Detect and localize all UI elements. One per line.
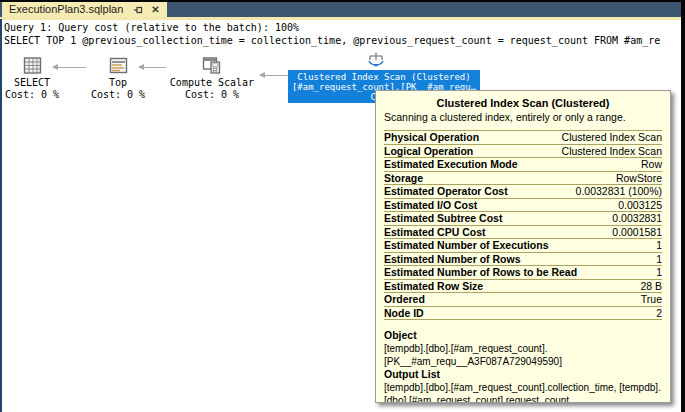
tooltip-row: Logical Operation Clustered Index Scan (384, 145, 662, 159)
tooltip-row-label: Physical Operation (384, 131, 479, 143)
tooltip-row-label: Estimated I/O Cost (384, 199, 477, 211)
operator-tooltip: Clustered Index Scan (Clustered) Scannin… (375, 90, 671, 403)
tooltip-row-label: Estimated Row Size (384, 280, 483, 292)
object-section-line: [PK__#am_requ__A3F087A729049590] (384, 355, 662, 368)
tooltip-row-value: RowStore (616, 172, 662, 184)
output-list-line: [dbo].[#am_request_count].request_count (384, 394, 662, 403)
result-grid-icon (23, 56, 42, 75)
tooltip-row: Estimated Number of Rows to be Read 1 (384, 266, 662, 280)
tooltip-row: Ordered True (384, 293, 662, 307)
tooltip-row-label: Estimated Subtree Cost (384, 212, 502, 224)
tooltip-row-value: 0.0032831 (100%) (576, 185, 662, 197)
tooltip-row-value: 1 (656, 253, 662, 265)
tooltip-row-label: Estimated Number of Executions (384, 239, 549, 251)
tooltip-row-value: 1 (656, 266, 662, 278)
object-section-heading: Object (384, 329, 662, 342)
plan-edge-arrow[interactable] (53, 67, 86, 68)
tooltip-row-value: 28 B (640, 280, 662, 292)
operator-name: SELECT (1, 77, 63, 89)
tooltip-row-label: Ordered (384, 293, 425, 305)
tooltip-row: Estimated CPU Cost 0.0001581 (384, 226, 662, 240)
operator-cost: Cost: 0 % (167, 89, 257, 101)
output-list-line: [tempdb].[dbo].[#am_request_count].colle… (384, 381, 662, 394)
tooltip-sections: Object [tempdb].[dbo].[#am_request_count… (384, 329, 662, 403)
tooltip-row: Estimated Row Size 28 B (384, 280, 662, 294)
tooltip-row-value: Clustered Index Scan (562, 145, 662, 157)
document-tabstrip: ExecutionPlan3.sqlplan ✕ (0, 2, 685, 17)
tooltip-row: Estimated I/O Cost 0.003125 (384, 199, 662, 213)
tooltip-table: Physical Operation Clustered Index Scan … (384, 130, 662, 320)
top-operator-icon (109, 56, 128, 75)
node-operation-line: Clustered Index Scan (Clustered) (288, 72, 480, 82)
plan-operator-compute-scalar[interactable]: Compute Scalar Cost: 0 % (167, 56, 257, 101)
clustered-index-scan-icon[interactable] (366, 50, 386, 68)
operator-name: Top (87, 77, 149, 89)
tooltip-row: Estimated Number of Rows 1 (384, 253, 662, 267)
ssms-window: ExecutionPlan3.sqlplan ✕ Query 1: Query … (0, 0, 685, 412)
tabstrip-underline (0, 17, 685, 20)
tooltip-row-label: Node ID (384, 307, 424, 319)
tooltip-row-value: 1 (656, 239, 662, 251)
compute-scalar-icon (202, 56, 222, 75)
document-right-border (681, 0, 685, 412)
tooltip-row-label: Logical Operation (384, 145, 473, 157)
tooltip-row-label: Estimated Operator Cost (384, 185, 508, 197)
tooltip-row-label: Storage (384, 172, 423, 184)
plan-operator-select[interactable]: SELECT Cost: 0 % (1, 56, 63, 101)
tooltip-row: Estimated Number of Executions 1 (384, 239, 662, 253)
pin-icon[interactable] (133, 5, 143, 15)
tooltip-row-value: True (641, 293, 662, 305)
plan-edge-arrow[interactable] (139, 67, 166, 68)
query-cost-line: Query 1: Query cost (relative to the bat… (4, 21, 680, 34)
tooltip-row-label: Estimated CPU Cost (384, 226, 486, 238)
operator-cost: Cost: 0 % (1, 89, 63, 101)
tooltip-row: Storage RowStore (384, 172, 662, 186)
tooltip-row: Physical Operation Clustered Index Scan (384, 131, 662, 145)
tooltip-row-label: Estimated Execution Mode (384, 158, 518, 170)
tab-executionplan3[interactable]: ExecutionPlan3.sqlplan ✕ (2, 2, 167, 17)
close-icon[interactable]: ✕ (151, 5, 159, 15)
query-header: Query 1: Query cost (relative to the bat… (4, 21, 680, 49)
tooltip-row: Node ID 2 (384, 307, 662, 321)
tooltip-row-label: Estimated Number of Rows to be Read (384, 266, 577, 278)
tooltip-row-label: Estimated Number of Rows (384, 253, 521, 265)
output-list-heading: Output List (384, 368, 662, 381)
tooltip-row-value: Row (641, 158, 662, 170)
tooltip-row-value: 0.003125 (618, 199, 662, 211)
operator-cost: Cost: 0 % (87, 89, 149, 101)
document-left-border (0, 19, 2, 412)
tooltip-row: Estimated Execution Mode Row (384, 158, 662, 172)
tab-title: ExecutionPlan3.sqlplan (9, 2, 123, 17)
tooltip-row-value: Clustered Index Scan (562, 131, 662, 143)
tooltip-title: Clustered Index Scan (Clustered) (384, 96, 662, 110)
object-section-line: [tempdb].[dbo].[#am_request_count]. (384, 342, 662, 355)
query-statement-line: SELECT TOP 1 @previous_collection_time =… (4, 34, 680, 47)
plan-operator-top[interactable]: Top Cost: 0 % (87, 56, 149, 101)
tooltip-row-value: 0.0001581 (612, 226, 662, 238)
tooltip-row: Estimated Operator Cost 0.0032831 (100%) (384, 185, 662, 199)
tooltip-subtitle: Scanning a clustered index, entirely or … (384, 110, 662, 124)
tooltip-row-value: 2 (656, 307, 662, 319)
tooltip-row-value: 0.0032831 (612, 212, 662, 224)
plan-edge-arrow[interactable] (260, 75, 288, 76)
tooltip-row: Estimated Subtree Cost 0.0032831 (384, 212, 662, 226)
operator-name: Compute Scalar (167, 77, 257, 89)
